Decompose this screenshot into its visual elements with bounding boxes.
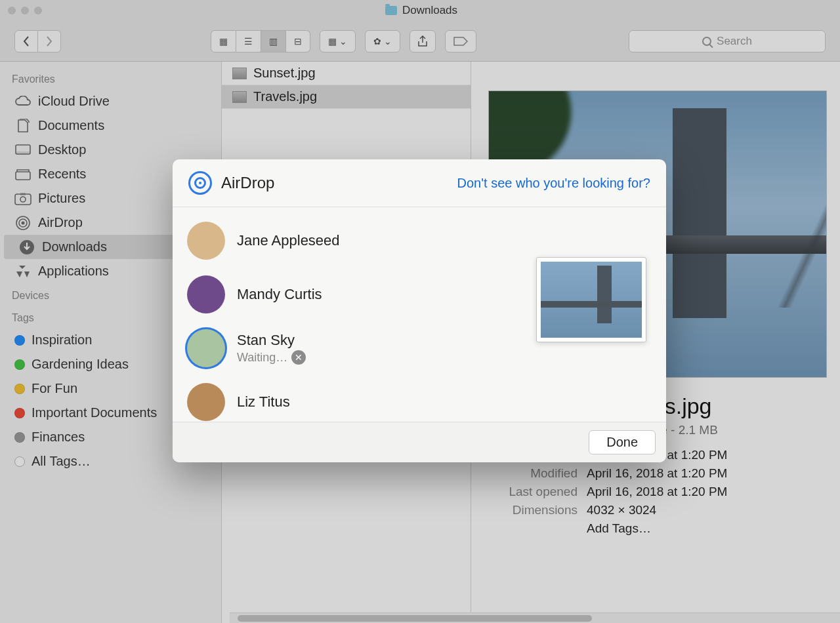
avatar bbox=[187, 222, 225, 260]
airdrop-contact[interactable]: Jane Appleseed bbox=[173, 214, 527, 268]
cancel-send-button[interactable]: ✕ bbox=[291, 350, 306, 365]
done-button[interactable]: Done bbox=[589, 430, 656, 454]
airdrop-contact[interactable]: Stan Sky Waiting… ✕ bbox=[173, 321, 527, 375]
airdrop-header: AirDrop Don't see who you're looking for… bbox=[173, 159, 666, 207]
avatar bbox=[187, 329, 225, 367]
airdrop-title: AirDrop bbox=[221, 174, 274, 192]
airdrop-contacts: Jane Appleseed Mandy Curtis Stan Sky Wai… bbox=[173, 207, 527, 422]
airdrop-share-thumbnail bbox=[536, 257, 646, 342]
avatar bbox=[187, 383, 225, 421]
contact-name: Jane Appleseed bbox=[237, 232, 340, 249]
airdrop-contact[interactable]: Liz Titus bbox=[173, 375, 527, 422]
airdrop-body: Jane Appleseed Mandy Curtis Stan Sky Wai… bbox=[173, 207, 666, 422]
airdrop-sheet: AirDrop Don't see who you're looking for… bbox=[173, 159, 666, 462]
contact-name: Liz Titus bbox=[237, 393, 290, 411]
avatar bbox=[187, 275, 225, 313]
contact-name: Stan Sky bbox=[237, 332, 306, 349]
airdrop-contact[interactable]: Mandy Curtis bbox=[173, 268, 527, 321]
contact-name: Mandy Curtis bbox=[237, 286, 322, 303]
airdrop-help-link[interactable]: Don't see who you're looking for? bbox=[457, 176, 650, 191]
airdrop-footer: Done bbox=[173, 422, 666, 462]
contact-status: Waiting… bbox=[237, 351, 287, 365]
airdrop-icon bbox=[188, 171, 212, 195]
